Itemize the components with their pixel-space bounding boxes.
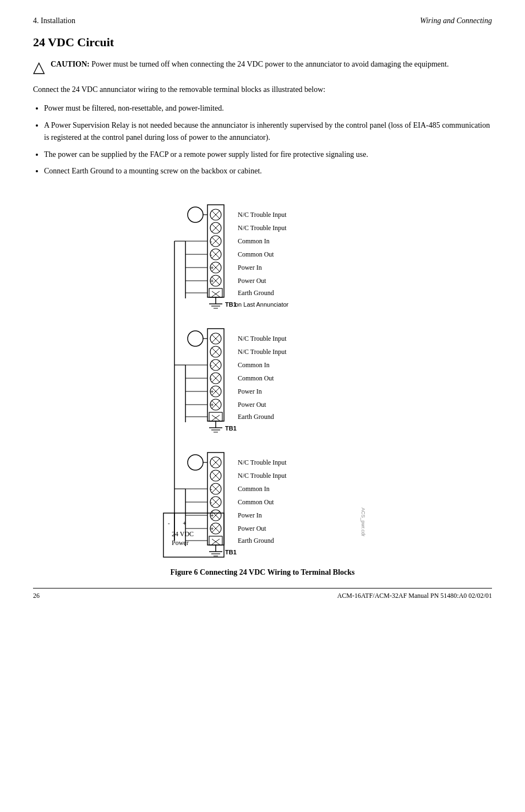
svg-text:TB1: TB1 xyxy=(225,549,237,555)
svg-text:-: - xyxy=(210,375,212,382)
svg-text:Power In: Power In xyxy=(238,388,262,395)
svg-text:Common In: Common In xyxy=(238,237,270,245)
svg-point-119 xyxy=(188,455,203,470)
caution-label: CAUTION: xyxy=(51,60,90,68)
caution-body: Power must be turned off when connecting… xyxy=(91,60,449,68)
section-title: 24 VDC Circuit xyxy=(33,35,492,50)
svg-text:-: - xyxy=(210,486,212,492)
svg-text:N/C Trouble Input: N/C Trouble Input xyxy=(238,211,287,219)
svg-text:Power In: Power In xyxy=(238,264,262,271)
figure-caption: Figure 6 Connecting 24 VDC Wiring to Ter… xyxy=(33,568,492,577)
svg-text:Power: Power xyxy=(172,539,189,547)
intro-text: Connect the 24 VDC annunciator wiring to… xyxy=(33,84,492,96)
svg-rect-116 xyxy=(209,536,222,545)
svg-text:on Last Annunciator: on Last Annunciator xyxy=(235,301,289,308)
caution-block: △ CAUTION: Power must be turned off when… xyxy=(33,58,492,75)
svg-text:Earth Ground: Earth Ground xyxy=(238,289,274,297)
svg-text:Power Out: Power Out xyxy=(238,277,266,285)
svg-text:Power Out: Power Out xyxy=(238,401,266,408)
svg-text:+: + xyxy=(183,520,186,526)
bullet-2: A Power Supervision Relay is not needed … xyxy=(44,119,492,144)
svg-text:-: - xyxy=(210,238,212,244)
header-chapter: Wiring and Connecting xyxy=(420,17,492,25)
svg-text:+: + xyxy=(210,388,214,395)
svg-text:Power Out: Power Out xyxy=(238,525,266,532)
bullet-4: Connect Earth Ground to a mounting screw… xyxy=(44,165,492,177)
svg-text:Common Out: Common Out xyxy=(238,250,274,258)
svg-text:ACS_pwr.cdr: ACS_pwr.cdr xyxy=(360,508,366,537)
svg-text:N/C Trouble Input: N/C Trouble Input xyxy=(238,472,287,479)
svg-text:-: - xyxy=(210,251,212,258)
svg-text:Power In: Power In xyxy=(238,511,262,519)
svg-text:TB1: TB1 xyxy=(225,425,237,432)
svg-point-26 xyxy=(188,207,203,222)
svg-text:N/C Trouble Input: N/C Trouble Input xyxy=(238,459,287,466)
svg-rect-70 xyxy=(209,412,222,421)
bullet-3: The power can be supplied by the FACP or… xyxy=(44,149,492,161)
svg-text:+: + xyxy=(210,277,214,284)
svg-rect-23 xyxy=(209,288,222,297)
svg-text:-: - xyxy=(168,520,170,526)
svg-text:Earth Ground: Earth Ground xyxy=(238,537,274,544)
svg-text:+: + xyxy=(210,525,214,532)
svg-text:Common In: Common In xyxy=(238,361,270,369)
svg-text:N/C Trouble Input: N/C Trouble Input xyxy=(238,348,287,356)
page-footer: 26 ACM-16ATF/ACM-32AF Manual PN 51480:A0… xyxy=(33,588,492,600)
svg-text:Common In: Common In xyxy=(238,485,270,493)
diagram-container: - - + + xyxy=(33,188,492,563)
svg-text:Earth Ground: Earth Ground xyxy=(238,413,274,421)
page: 4. Installation Wiring and Connecting 24… xyxy=(0,0,525,812)
svg-text:Common Out: Common Out xyxy=(238,374,274,382)
bullet-list: Power must be filtered, non-resettable, … xyxy=(44,102,492,177)
svg-point-73 xyxy=(188,331,203,346)
svg-text:N/C Trouble Input: N/C Trouble Input xyxy=(238,224,287,232)
svg-text:-: - xyxy=(210,362,212,368)
caution-icon: △ xyxy=(33,59,45,75)
svg-text:Common Out: Common Out xyxy=(238,498,274,506)
svg-text:+: + xyxy=(210,264,214,271)
svg-text:+: + xyxy=(210,401,214,408)
wiring-diagram: - - + + xyxy=(130,188,395,563)
footer-page: 26 xyxy=(33,592,40,600)
bullet-1: Power must be filtered, non-resettable, … xyxy=(44,102,492,115)
page-header: 4. Installation Wiring and Connecting xyxy=(33,17,492,25)
header-section: 4. Installation xyxy=(33,17,75,25)
svg-text:24 VDC: 24 VDC xyxy=(172,530,194,538)
footer-manual: ACM-16ATF/ACM-32AF Manual PN 51480:A0 02… xyxy=(337,592,492,600)
svg-text:N/C Trouble Input: N/C Trouble Input xyxy=(238,335,287,342)
svg-text:-: - xyxy=(210,499,212,505)
caution-text: CAUTION: Power must be turned off when c… xyxy=(51,58,449,70)
